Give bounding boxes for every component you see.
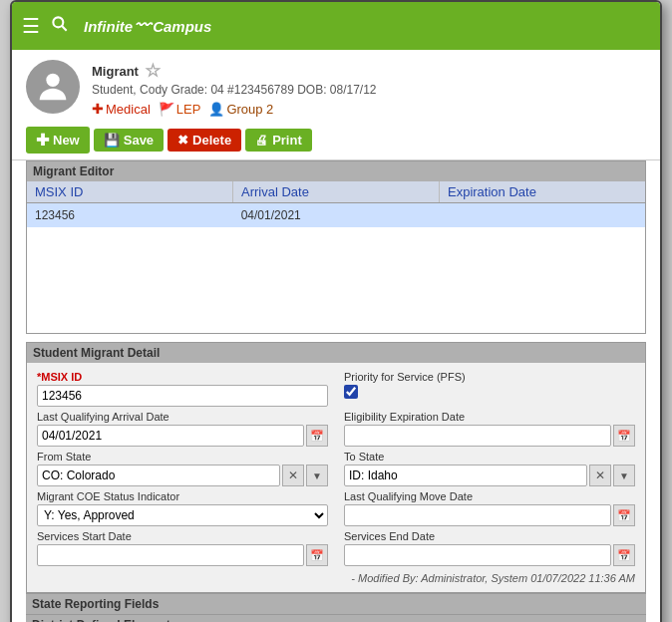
arrival-date-input-row: 📅 <box>37 425 328 447</box>
svg-point-0 <box>53 17 63 27</box>
priority-label: Priority for Service (PFS) <box>344 371 635 383</box>
last-move-calendar-button[interactable]: 📅 <box>613 504 635 526</box>
medical-icon: ✚ <box>92 101 104 117</box>
services-end-label: Services End Date <box>344 530 635 542</box>
logo-campus: Campus <box>153 18 211 35</box>
group-icon: 👤 <box>208 102 224 117</box>
delete-label: Delete <box>192 133 231 148</box>
col-msix-id[interactable]: MSIX ID <box>27 181 233 202</box>
arrival-date-calendar-button[interactable]: 📅 <box>306 425 328 447</box>
new-icon: ✚ <box>36 131 49 150</box>
to-state-clear-button[interactable]: ✕ <box>589 465 611 486</box>
cell-msix-id: 123456 <box>27 206 233 224</box>
to-state-dropdown-button[interactable]: ▼ <box>613 465 635 486</box>
cell-expiration-date <box>439 206 645 224</box>
coe-select[interactable]: Y: Yes, Approved N: No P: Pending <box>37 504 328 526</box>
services-start-input[interactable] <box>37 544 304 566</box>
to-state-label: To State <box>344 451 635 463</box>
district-elements-section[interactable]: District Defined Elements <box>26 614 646 622</box>
to-state-field: To State ✕ ▼ <box>344 451 635 486</box>
student-tags: ✚ Medical 🚩 LEP 👤 Group 2 <box>92 101 646 117</box>
student-name-row: Migrant ☆ <box>92 60 646 82</box>
medical-label: Medical <box>106 102 151 117</box>
save-button[interactable]: 💾 Save <box>94 129 164 152</box>
avatar <box>26 60 80 114</box>
student-info-area: Migrant ☆ Student, Cody Grade: 04 #12345… <box>12 50 660 121</box>
msix-id-field: *MSIX ID <box>37 371 328 407</box>
from-state-field: From State ✕ ▼ <box>37 451 328 486</box>
detail-title: Student Migrant Detail <box>27 343 645 363</box>
tag-medical[interactable]: ✚ Medical <box>92 101 151 117</box>
print-button[interactable]: 🖨 Print <box>245 129 312 152</box>
services-start-input-row: 📅 <box>37 544 328 566</box>
last-move-input-row: 📅 <box>344 504 635 526</box>
menu-icon[interactable]: ☰ <box>22 14 40 38</box>
tag-group2[interactable]: 👤 Group 2 <box>208 102 273 117</box>
state-reporting-section[interactable]: State Reporting Fields <box>26 593 646 614</box>
expiration-date-calendar-button[interactable]: 📅 <box>613 425 635 447</box>
to-state-select-row: ✕ ▼ <box>344 465 635 486</box>
services-start-calendar-button[interactable]: 📅 <box>306 544 328 566</box>
search-icon[interactable] <box>50 14 70 39</box>
cell-arrival-date: 04/01/2021 <box>233 206 440 224</box>
expiration-date-field: Eligibility Expiration Date 📅 <box>344 411 635 447</box>
msix-id-label: *MSIX ID <box>37 371 328 383</box>
print-label: Print <box>272 133 302 148</box>
lep-icon: 🚩 <box>159 102 174 117</box>
services-start-label: Services Start Date <box>37 530 328 542</box>
save-label: Save <box>124 133 154 148</box>
col-arrival-date[interactable]: Arrival Date <box>233 181 440 202</box>
from-state-label: From State <box>37 451 328 463</box>
services-start-field: Services Start Date 📅 <box>37 530 328 566</box>
header: ☰ Infinite 〰 Campus <box>12 2 660 50</box>
student-migrant-detail: Student Migrant Detail *MSIX ID Priority… <box>26 342 646 593</box>
student-details: Migrant ☆ Student, Cody Grade: 04 #12345… <box>92 60 646 117</box>
svg-line-1 <box>62 26 67 31</box>
delete-icon: ✖ <box>177 133 188 148</box>
expiration-date-input[interactable] <box>344 425 611 447</box>
services-end-field: Services End Date 📅 <box>344 530 635 566</box>
app-container: ☰ Infinite 〰 Campus Migrant ☆ Student, C… <box>10 0 662 622</box>
modified-text: - Modified By: Administrator, System 01/… <box>37 572 635 584</box>
services-end-calendar-button[interactable]: 📅 <box>613 544 635 566</box>
arrival-date-input[interactable] <box>37 425 304 447</box>
to-state-input[interactable] <box>344 465 587 486</box>
svg-point-2 <box>46 74 59 87</box>
logo: Infinite 〰 Campus <box>84 17 211 35</box>
from-state-dropdown-button[interactable]: ▼ <box>306 465 328 486</box>
services-end-input[interactable] <box>344 544 611 566</box>
expiration-date-input-row: 📅 <box>344 425 635 447</box>
last-move-field: Last Qualifying Move Date 📅 <box>344 490 635 526</box>
new-button[interactable]: ✚ New <box>26 127 90 154</box>
grid-body: 123456 04/01/2021 <box>27 203 645 333</box>
priority-field: Priority for Service (PFS) <box>344 371 635 407</box>
msix-id-input[interactable] <box>37 385 328 407</box>
services-end-input-row: 📅 <box>344 544 635 566</box>
new-label: New <box>53 133 80 148</box>
student-sub-info: Student, Cody Grade: 04 #123456789 DOB: … <box>92 83 646 97</box>
grid-header-row: MSIX ID Arrival Date Expiration Date <box>27 181 645 203</box>
arrival-date-label: Last Qualifying Arrival Date <box>37 411 328 423</box>
arrival-date-field: Last Qualifying Arrival Date 📅 <box>37 411 328 447</box>
col-expiration-date[interactable]: Expiration Date <box>440 181 645 202</box>
print-icon: 🖨 <box>255 133 268 148</box>
student-name-text: Migrant <box>92 64 139 79</box>
favorite-star-icon[interactable]: ☆ <box>145 60 161 82</box>
tag-lep[interactable]: 🚩 LEP <box>159 102 201 117</box>
last-move-input[interactable] <box>344 504 611 526</box>
save-icon: 💾 <box>104 133 120 148</box>
from-state-clear-button[interactable]: ✕ <box>282 465 304 486</box>
migrant-editor-grid: Migrant Editor MSIX ID Arrival Date Expi… <box>26 160 646 334</box>
from-state-select-row: ✕ ▼ <box>37 465 328 486</box>
logo-wave-icon: 〰 <box>135 17 151 35</box>
table-row[interactable]: 123456 04/01/2021 <box>27 203 645 227</box>
last-move-label: Last Qualifying Move Date <box>344 490 635 502</box>
logo-text: Infinite <box>84 18 133 35</box>
priority-checkbox[interactable] <box>344 385 358 399</box>
group-label: Group 2 <box>226 102 273 117</box>
from-state-input[interactable] <box>37 465 280 486</box>
priority-checkbox-row <box>344 385 635 399</box>
delete-button[interactable]: ✖ Delete <box>168 129 241 152</box>
lep-label: LEP <box>176 102 201 117</box>
grid-title: Migrant Editor <box>27 161 645 181</box>
